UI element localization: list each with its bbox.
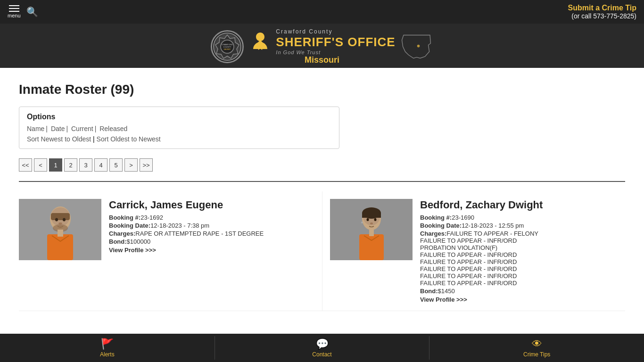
view-profile-link[interactable]: View Profile >>> <box>109 247 156 254</box>
crime-tip-link[interactable]: Submit a Crime Tip <box>568 4 636 12</box>
badge-inner: CRAWFORD COUNTY SHERIFF <box>213 33 241 61</box>
sheriff-badge: CRAWFORD COUNTY SHERIFF <box>211 30 244 63</box>
filter-released-link[interactable]: Released <box>99 125 127 132</box>
inmate-photo <box>330 199 413 260</box>
page-last[interactable]: >> <box>140 158 153 172</box>
inmate-booking-date: Booking Date:12-18-2023 - 7:38 pm <box>109 222 314 229</box>
options-box: Options Name| Date| Current| Released So… <box>19 107 339 149</box>
page-next[interactable]: > <box>124 158 138 172</box>
main-content: Inmate Roster (99) Options Name| Date| C… <box>0 68 644 316</box>
svg-rect-16 <box>47 234 73 260</box>
svg-text:COUNTY: COUNTY <box>223 46 231 48</box>
page-3[interactable]: 3 <box>79 158 92 172</box>
svg-rect-17 <box>58 230 63 237</box>
page-prev[interactable]: < <box>34 158 47 172</box>
svg-rect-28 <box>359 234 384 260</box>
svg-point-24 <box>367 218 369 221</box>
page-1[interactable]: 1 <box>49 158 62 172</box>
header-right: Submit a Crime Tip (or call 573-775-2825… <box>568 4 636 20</box>
inmate-bond: Bond:$1450 <box>420 288 618 295</box>
svg-text:SHERIFF: SHERIFF <box>224 49 231 50</box>
filter-name-link[interactable]: Name <box>27 125 44 132</box>
inmate-photo <box>19 199 101 260</box>
svg-point-13 <box>63 218 66 222</box>
svg-point-12 <box>55 218 58 222</box>
page-5[interactable]: 5 <box>109 158 123 172</box>
sheriff-silhouette-icon <box>248 30 272 54</box>
inmate-name: Carrick, James Eugene <box>109 199 314 211</box>
inmate-info: Bedford, Zachary Dwight Booking #:23-169… <box>420 199 618 303</box>
sort-oldest-link[interactable]: Sort Oldest to Newest <box>97 135 161 143</box>
inmate-bond: Bond:$100000 <box>109 238 314 245</box>
inmate-booking-number: Booking #:23-1690 <box>420 214 618 221</box>
inmate-booking-number: Booking #:23-1692 <box>109 214 314 221</box>
svg-point-6 <box>417 45 420 48</box>
sort-links: Sort Newest to Oldest | Sort Oldest to N… <box>27 135 331 143</box>
filter-links: Name| Date| Current| Released <box>27 125 331 132</box>
inmate-booking-date: Booking Date:12-18-2023 - 12:55 pm <box>420 222 618 229</box>
content-divider <box>19 181 625 182</box>
inmate-charges: Charges:RAPE OR ATTEMPTED RAPE - 1ST DEG… <box>109 230 314 237</box>
page-2[interactable]: 2 <box>64 158 77 172</box>
inmate-card: Carrick, James Eugene Booking #:23-1692 … <box>19 191 322 311</box>
svg-point-26 <box>370 222 373 224</box>
sheriff-title-block: Crawford County SHERIFF'S OFFICE In God … <box>248 28 395 65</box>
pagination: << < 1 2 3 4 5 > >> <box>19 158 625 172</box>
missouri-map-icon <box>400 33 433 61</box>
page-4[interactable]: 4 <box>94 158 107 172</box>
view-profile-link[interactable]: View Profile >>> <box>420 296 467 303</box>
search-button[interactable]: 🔍 <box>26 6 38 17</box>
page-title: Inmate Roster (99) <box>19 82 625 97</box>
crawford-county-text: Crawford County <box>276 28 395 35</box>
state-text: Missouri <box>305 55 339 65</box>
svg-rect-29 <box>369 230 374 236</box>
svg-point-25 <box>374 218 377 221</box>
inmate-name: Bedford, Zachary Dwight <box>420 199 618 211</box>
svg-rect-23 <box>362 213 381 218</box>
menu-label: menu <box>8 13 21 18</box>
inmate-card: Bedford, Zachary Dwight Booking #:23-169… <box>322 191 625 311</box>
header-left: menu 🔍 <box>8 5 38 18</box>
svg-rect-11 <box>51 213 70 220</box>
filter-date-link[interactable]: Date <box>51 125 65 132</box>
sort-newest-link[interactable]: Sort Newest to Oldest <box>27 135 91 143</box>
motto-text: In God We Trust <box>276 49 395 55</box>
inmate-charges: Charges:FAILURE TO APPEAR - FELONY FAILU… <box>420 230 618 287</box>
page-first[interactable]: << <box>19 158 32 172</box>
options-title: Options <box>27 113 331 121</box>
inmate-grid: Carrick, James Eugene Booking #:23-1692 … <box>19 191 625 311</box>
filter-current-link[interactable]: Current <box>71 125 93 132</box>
sheriff-office-name: SHERIFF'S OFFICE <box>276 35 395 49</box>
top-header: menu 🔍 Submit a Crime Tip (or call 573-7… <box>0 0 644 24</box>
logo-area: CRAWFORD COUNTY SHERIFF Crawford County … <box>0 24 644 68</box>
svg-point-14 <box>58 222 62 224</box>
crime-tip-phone: (or call 573-775-2825) <box>568 12 636 20</box>
menu-toggle[interactable]: menu <box>8 5 21 18</box>
svg-point-27 <box>361 222 363 223</box>
inmate-info: Carrick, James Eugene Booking #:23-1692 … <box>109 199 314 303</box>
